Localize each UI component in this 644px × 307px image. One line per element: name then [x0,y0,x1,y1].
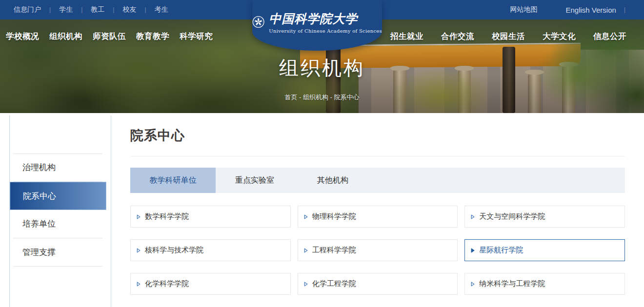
separator: | [144,6,146,13]
dept-card-label: 化学工程学院 [312,279,356,288]
ucas-emblem-icon [252,11,264,33]
main-panel: 院系中心 教学科研单位重点实验室其他机构 数学科学学院物理科学学院天文与空间科学… [130,127,625,295]
nav-item-right-2[interactable]: 合作交流 [441,31,474,42]
dept-card-2[interactable]: 物理科学学院 [298,206,458,228]
sidebar-item-3[interactable]: 培养单位 [10,210,106,238]
sidebar-item-2[interactable]: 院系中心 [10,182,106,210]
content-area: 治理机构院系中心培养单位管理支撑 院系中心 教学科研单位重点实验室其他机构 数学… [0,113,644,307]
nav-item-left-5[interactable]: 科学研究 [180,31,213,42]
topbar-link-2[interactable]: 学生 [59,5,73,14]
page-title: 院系中心 [130,127,625,144]
separator: | [49,6,51,13]
dept-card-label: 核科学与技术学院 [145,246,203,255]
nav-item-left-4[interactable]: 教育教学 [136,31,169,42]
topbar-link-3[interactable]: 教工 [91,5,104,14]
dept-card-label: 工程科学学院 [312,246,356,255]
topbar-link-1[interactable]: 信息门户 [14,5,41,14]
tab-bar: 教学科研单位重点实验室其他机构 [130,168,625,193]
triangle-arrow-icon [471,214,475,219]
logo-subtitle: University of Chinese Academy of Science… [269,28,382,34]
main-nav-right: 招生就业合作交流校园生活大学文化信息公开 [390,31,626,42]
nav-item-right-5[interactable]: 信息公开 [593,31,626,42]
nav-item-right-1[interactable]: 招生就业 [390,31,423,42]
triangle-arrow-icon [471,282,475,287]
nav-item-right-3[interactable]: 校园生活 [492,31,525,42]
dept-card-8[interactable]: 化学工程学院 [298,273,458,295]
nav-item-left-2[interactable]: 组织机构 [49,31,82,42]
separator: | [113,6,114,13]
sidebar-divider-line [111,115,111,307]
site-logo[interactable]: 中国科学院大学 University of Chinese Academy of… [252,0,382,51]
nav-item-left-3[interactable]: 师资队伍 [93,31,126,42]
dept-card-label: 数学科学学院 [145,212,189,221]
separator: | [81,6,82,13]
topbar-right-link-2[interactable]: English Version [565,6,616,14]
topbar-link-5[interactable]: 考生 [155,5,168,14]
breadcrumb[interactable]: 首页 - 组织机构 - 院系中心 [0,93,644,102]
tab-1[interactable]: 教学科研单位 [130,168,216,193]
topbar-right-links: 网站地图English Version| [510,5,644,14]
sidebar-item-4[interactable]: 管理支撑 [10,238,106,267]
hero-title: 组织机构 [0,55,644,81]
sidebar-menu: 治理机构院系中心培养单位管理支撑 [10,154,106,267]
tab-2[interactable]: 重点实验室 [216,168,294,193]
dept-card-5[interactable]: 工程科学学院 [298,239,458,261]
dept-card-label: 化学科学学院 [145,279,189,288]
topbar-right-link-1[interactable]: 网站地图 [510,5,537,14]
triangle-arrow-icon [304,214,308,219]
title-divider [130,156,625,156]
triangle-arrow-icon [471,248,475,253]
dept-card-label: 天文与空间科学学院 [479,212,545,221]
dept-card-label: 物理科学学院 [312,212,356,221]
sidebar-item-1[interactable]: 治理机构 [10,154,106,182]
tab-3[interactable]: 其他机构 [294,168,372,193]
dept-card-7[interactable]: 化学科学学院 [130,273,291,295]
triangle-arrow-icon [137,214,141,219]
topbar-links: 信息门户|学生|教工|校友|考生 [0,5,168,14]
nav-item-right-4[interactable]: 大学文化 [543,31,576,42]
logo-title: 中国科学院大学 [269,11,382,27]
dept-card-3[interactable]: 天文与空间科学学院 [464,206,625,228]
department-grid: 数学科学学院物理科学学院天文与空间科学学院核科学与技术学院工程科学学院星际航行学… [130,206,625,295]
dept-card-9[interactable]: 纳米科学与工程学院 [464,273,625,295]
separator: | [624,6,625,13]
triangle-arrow-icon [304,248,308,253]
page: 信息门户|学生|教工|校友|考生 网站地图English Version| 学校… [0,0,644,307]
nav-item-left-1[interactable]: 学校概况 [6,31,39,42]
dept-card-4[interactable]: 核科学与技术学院 [130,239,291,261]
main-nav-left: 学校概况组织机构师资队伍教育教学科学研究 [6,31,213,42]
dept-card-label: 纳米科学与工程学院 [479,279,545,288]
dept-card-6-selected[interactable]: 星际航行学院 [464,239,625,261]
triangle-arrow-icon [137,248,141,253]
triangle-arrow-icon [137,282,141,287]
dept-card-1[interactable]: 数学科学学院 [130,206,291,228]
triangle-arrow-icon [304,282,308,287]
dept-card-label: 星际航行学院 [479,246,523,255]
topbar-link-4[interactable]: 校友 [122,5,136,14]
